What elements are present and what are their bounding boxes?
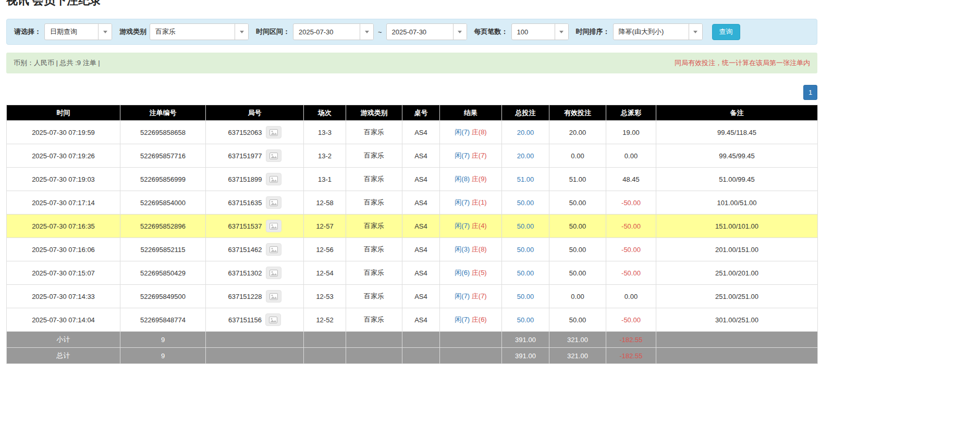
total-total-bet: 391.00 <box>502 348 549 364</box>
cell-time: 2025-07-30 07:14:04 <box>7 308 120 332</box>
video-replay-button[interactable] <box>266 149 281 162</box>
subtotal-count: 9 <box>120 332 206 348</box>
result-player: 闲(7) <box>455 316 470 323</box>
time-sort-value: 降幂(由大到小) <box>614 27 689 36</box>
total-bet-link[interactable]: 20.00 <box>517 129 534 136</box>
cell-payout: -50.00 <box>606 238 656 261</box>
total-bet-link[interactable]: 50.00 <box>517 293 534 300</box>
total-bet-link[interactable]: 50.00 <box>517 199 534 207</box>
col-result: 结果 <box>440 105 502 121</box>
cell-bet-id: 522695849500 <box>120 285 206 308</box>
cell-payout: 19.00 <box>606 121 656 144</box>
total-valid-bet: 321.00 <box>549 348 606 364</box>
cell-session: 13-1 <box>304 168 346 191</box>
total-empty-cell <box>402 348 440 364</box>
result-banker: 庄(4) <box>472 222 487 230</box>
total-bet-link[interactable]: 51.00 <box>517 175 534 183</box>
cell-remark: 151.00/101.00 <box>656 215 818 238</box>
cell-payout: 0.00 <box>606 144 656 168</box>
video-replay-button[interactable] <box>266 220 281 232</box>
subtotal-empty-cell <box>304 332 346 348</box>
cell-valid-bet: 0.00 <box>549 144 606 168</box>
round-id: 637151462 <box>228 246 262 254</box>
result-player: 闲(7) <box>455 128 470 136</box>
table-row: 2025-07-30 07:19:26 522695857716 6371519… <box>7 144 818 168</box>
subtotal-valid-bet: 321.00 <box>549 332 606 348</box>
table-row: 2025-07-30 07:15:07 522695850429 6371513… <box>7 261 818 285</box>
time-sort-label: 时间排序： <box>576 27 610 36</box>
per-page-select[interactable]: 100 <box>511 23 569 40</box>
cell-result: 闲(3) 庄(8) <box>440 238 502 261</box>
cell-game: 百家乐 <box>346 121 402 144</box>
chevron-down-icon <box>235 24 248 40</box>
cell-result: 闲(8) 庄(9) <box>440 168 502 191</box>
cell-table-no: AS4 <box>402 285 440 308</box>
pagination: 1 <box>6 85 817 100</box>
cell-total-bet: 50.00 <box>502 215 549 238</box>
total-bet-link[interactable]: 50.00 <box>517 246 534 254</box>
video-replay-button[interactable] <box>266 267 281 279</box>
video-replay-icon <box>270 246 278 253</box>
result-player: 闲(3) <box>455 245 470 253</box>
time-range-label: 时间区间： <box>256 27 290 36</box>
video-replay-icon <box>270 270 278 276</box>
cell-time: 2025-07-30 07:19:26 <box>7 144 120 168</box>
cell-session: 12-52 <box>304 308 346 332</box>
total-row: 总计 9 391.00 321.00 -182.55 <box>7 348 818 364</box>
page-content: 视讯 会员下注纪录 请选择： 日期查询 游戏类别 百家乐 时间区间： 2025-… <box>6 0 817 364</box>
cell-valid-bet: 50.00 <box>549 215 606 238</box>
result-banker: 庄(8) <box>472 128 487 136</box>
cell-session: 12-53 <box>304 285 346 308</box>
video-replay-button[interactable] <box>266 290 281 303</box>
result-banker: 庄(8) <box>472 245 487 253</box>
date-from-select[interactable]: 2025-07-30 <box>293 23 374 40</box>
cell-total-bet: 51.00 <box>502 168 549 191</box>
round-id: 637151228 <box>228 293 262 300</box>
result-banker: 庄(7) <box>472 292 487 300</box>
video-replay-icon <box>270 199 278 206</box>
cell-round: 637152063 <box>206 121 304 144</box>
video-replay-icon <box>270 176 278 183</box>
cell-table-no: AS4 <box>402 168 440 191</box>
total-empty-cell <box>304 348 346 364</box>
video-replay-button[interactable] <box>266 243 281 256</box>
round-id: 637151635 <box>228 199 262 207</box>
cell-payout: 48.45 <box>606 168 656 191</box>
per-page-value: 100 <box>512 28 555 36</box>
result-banker: 庄(1) <box>472 198 487 206</box>
cell-round: 637151899 <box>206 168 304 191</box>
cell-bet-id: 522695856999 <box>120 168 206 191</box>
query-type-select[interactable]: 日期查询 <box>44 23 112 40</box>
total-bet-link[interactable]: 50.00 <box>517 269 534 277</box>
game-category-select[interactable]: 百家乐 <box>150 23 249 40</box>
round-id: 637151537 <box>228 222 262 230</box>
cell-bet-id: 522695852115 <box>120 238 206 261</box>
cell-result: 闲(7) 庄(8) <box>440 121 502 144</box>
cell-round: 637151635 <box>206 191 304 215</box>
query-button[interactable]: 查询 <box>712 24 740 40</box>
video-replay-button[interactable] <box>266 196 281 209</box>
cell-valid-bet: 0.00 <box>549 285 606 308</box>
total-bet-link[interactable]: 50.00 <box>517 316 534 324</box>
query-type-value: 日期查询 <box>45 27 98 36</box>
query-type-label: 请选择： <box>14 27 41 36</box>
video-replay-icon <box>270 293 278 300</box>
cell-result: 闲(7) 庄(1) <box>440 191 502 215</box>
video-replay-button[interactable] <box>265 313 281 326</box>
valid-bet-notice: 同局有效投注，统一计算在该局第一张注单内 <box>675 58 810 68</box>
video-replay-button[interactable] <box>266 126 281 139</box>
video-replay-icon <box>270 223 278 230</box>
table-row: 2025-07-30 07:19:03 522695856999 6371518… <box>7 168 818 191</box>
cell-table-no: AS4 <box>402 238 440 261</box>
cell-game: 百家乐 <box>346 308 402 332</box>
total-bet-link[interactable]: 50.00 <box>517 222 534 230</box>
page-button-1[interactable]: 1 <box>803 85 817 100</box>
cell-remark: 251.00/201.00 <box>656 261 818 285</box>
cell-remark: 51.00/99.45 <box>656 168 818 191</box>
total-bet-link[interactable]: 20.00 <box>517 152 534 160</box>
date-to-select[interactable]: 2025-07-30 <box>386 23 467 40</box>
cell-payout: -50.00 <box>606 308 656 332</box>
result-player: 闲(6) <box>455 269 470 276</box>
time-sort-select[interactable]: 降幂(由大到小) <box>613 23 703 40</box>
video-replay-button[interactable] <box>266 173 281 185</box>
